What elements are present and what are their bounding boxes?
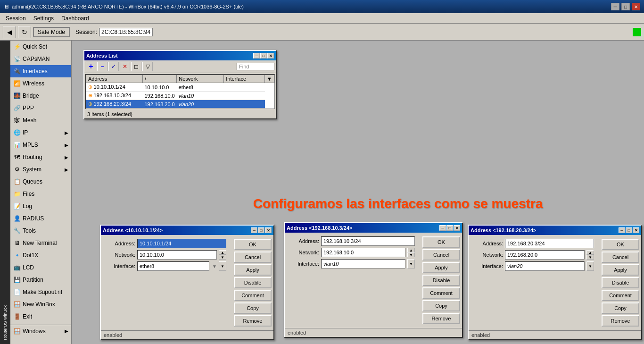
sidebar-item-log[interactable]: 📝 Log (10, 200, 71, 212)
dialog1-address-input[interactable] (137, 239, 226, 248)
sidebar-item-exit[interactable]: 🚪 Exit (10, 310, 71, 323)
sidebar-item-interfaces[interactable]: 🔌 Interfaces (10, 65, 71, 77)
address-list-minimize[interactable]: ─ (253, 53, 260, 59)
close-button[interactable]: ✕ (632, 3, 640, 10)
dialog1-close[interactable]: ✕ (265, 227, 272, 233)
dialog2-interface-dropdown[interactable]: ▼ (407, 259, 415, 268)
add-address-button[interactable]: + (86, 62, 96, 71)
sidebar-item-wireless[interactable]: 📶 Wireless (10, 77, 71, 90)
col-sort[interactable]: / (143, 75, 177, 83)
sidebar-item-capsman[interactable]: 📡 CAPsMAN (10, 53, 71, 65)
disable-address-button[interactable]: ✕ (120, 62, 130, 71)
dialog3-address-input[interactable] (505, 239, 594, 248)
menu-settings[interactable]: Settings (30, 14, 58, 23)
sidebar-item-system[interactable]: ⚙ System ▶ (10, 163, 71, 176)
remove-address-button[interactable]: − (97, 62, 107, 71)
dialog1-network-input[interactable] (137, 250, 217, 260)
sidebar-item-tools[interactable]: 🔧 Tools (10, 225, 71, 237)
sidebar-item-quick-set[interactable]: ⚡ Quick Set (10, 41, 71, 53)
dialog3-network-input[interactable] (505, 250, 585, 260)
sidebar-item-files[interactable]: 📁 Files (10, 188, 71, 200)
dialog3-network-spin-down[interactable]: ▼ (586, 255, 594, 260)
dialog1-cancel-button[interactable]: Cancel (234, 252, 272, 263)
dialog1-disable-button[interactable]: Disable (234, 277, 272, 288)
sidebar-item-partition[interactable]: 💾 Partition (10, 274, 71, 286)
col-scroll[interactable]: ▼ (265, 75, 274, 83)
table-row[interactable]: ⊕ 192.168.20.3/24 192.168.20.0 vlan20 (86, 100, 274, 109)
address-list-maximize[interactable]: □ (260, 53, 267, 59)
dialog2-network-spin-up[interactable]: ▲ (407, 248, 415, 252)
dialog2-cancel-button[interactable]: Cancel (422, 249, 460, 260)
menu-dashboard[interactable]: Dashboard (58, 14, 93, 23)
dialog1-interface-input[interactable] (137, 261, 209, 271)
table-row[interactable]: ⊕ 10.10.10.1/24 10.10.10.0 ether8 (86, 83, 274, 92)
sidebar-item-mpls[interactable]: 📊 MPLS ▶ (10, 139, 71, 151)
dialog3-comment-button[interactable]: Comment (602, 290, 639, 301)
dialog3-cancel-button[interactable]: Cancel (602, 252, 639, 263)
address-list-close[interactable]: ✕ (267, 53, 274, 59)
dialog1-minimize[interactable]: ─ (251, 227, 257, 233)
sidebar-item-new-winbox[interactable]: 🪟 New WinBox (10, 298, 71, 310)
dialog2-comment-button[interactable]: Comment (422, 287, 460, 299)
dialog1-remove-button[interactable]: Remove (234, 315, 272, 327)
minimize-button[interactable]: ─ (611, 3, 619, 10)
back-button[interactable]: ◀ (3, 26, 16, 38)
dialog3-disable-button[interactable]: Disable (602, 277, 639, 288)
menu-session[interactable]: Session (2, 14, 30, 23)
sidebar-item-mesh[interactable]: 🕸 Mesh (10, 114, 71, 126)
dialog3-ok-button[interactable]: OK (602, 239, 639, 250)
sidebar-item-dot1x[interactable]: 🔹 Dot1X (10, 249, 71, 261)
table-row[interactable]: ⊕ 192.168.10.3/24 192.168.10.0 vlan10 (86, 92, 274, 100)
sidebar-item-bridge[interactable]: 🌉 Bridge (10, 90, 71, 102)
dialog2-address-input[interactable] (321, 236, 415, 246)
dialog1-ok-button[interactable]: OK (234, 239, 272, 250)
dialog3-copy-button[interactable]: Copy (602, 302, 639, 314)
sidebar-label-radius: RADIUS (23, 215, 68, 222)
sidebar-item-ip[interactable]: 🌐 IP ▶ (10, 126, 71, 139)
sidebar-label-quick-set: Quick Set (23, 43, 68, 50)
dialog2-interface-input[interactable] (321, 259, 405, 268)
sidebar-item-routing[interactable]: 🗺 Routing ▶ (10, 151, 71, 163)
sidebar-item-new-terminal[interactable]: 🖥 New Terminal (10, 237, 71, 249)
sidebar-item-lcd[interactable]: 📺 LCD (10, 261, 71, 274)
sidebar-item-radius[interactable]: 👤 RADIUS (10, 212, 71, 225)
comment-address-button[interactable]: ◻ (131, 62, 141, 71)
maximize-button[interactable]: □ (621, 3, 630, 10)
dialog2-apply-button[interactable]: Apply (422, 262, 460, 273)
sidebar: RouterOS WinBox ⚡ Quick Set 📡 CAPsMAN 🔌 … (0, 41, 72, 344)
dialog3-apply-button[interactable]: Apply (602, 264, 639, 276)
dialog3-close[interactable]: ✕ (633, 227, 639, 233)
dialog2-network-spin-down[interactable]: ▼ (407, 252, 415, 257)
dialog2-remove-button[interactable]: Remove (422, 313, 460, 324)
bridge-icon: 🌉 (13, 92, 21, 100)
dialog2-close[interactable]: ✕ (454, 225, 460, 231)
refresh-button[interactable]: ↻ (18, 26, 31, 38)
dialog3-remove-button[interactable]: Remove (602, 315, 639, 327)
dialog2-disable-button[interactable]: Disable (422, 275, 460, 286)
safe-mode-button[interactable]: Safe Mode (33, 27, 70, 37)
dialog1-network-spin-down[interactable]: ▼ (219, 255, 226, 260)
dialog1-apply-button[interactable]: Apply (234, 264, 272, 276)
dialog1-maximize[interactable]: □ (258, 227, 264, 233)
dialog2-minimize[interactable]: ─ (439, 225, 446, 231)
sidebar-item-windows[interactable]: 🪟 Windows ▶ (10, 325, 71, 337)
dialog3-network-spin-up[interactable]: ▲ (586, 250, 594, 255)
dialog3-maximize[interactable]: □ (626, 227, 632, 233)
sidebar-item-make-supout[interactable]: 📄 Make Supout.rif (10, 286, 71, 298)
dialog2-copy-button[interactable]: Copy (422, 300, 460, 311)
dialog3-interface-input[interactable] (505, 261, 585, 271)
dialog1-copy-button[interactable]: Copy (234, 302, 272, 314)
dialog3-interface-dropdown[interactable]: ▼ (586, 261, 594, 271)
find-input[interactable] (237, 63, 274, 70)
filter-address-button[interactable]: ▽ (142, 62, 153, 71)
dialog3-minimize[interactable]: ─ (619, 227, 625, 233)
sidebar-item-queues[interactable]: 📋 Queues (10, 176, 71, 188)
dialog2-network-input[interactable] (321, 248, 405, 257)
dialog1-network-spin-up[interactable]: ▲ (219, 250, 226, 255)
dialog1-interface-dropdown[interactable]: ▼ (219, 261, 226, 271)
dialog2-maximize[interactable]: □ (446, 225, 453, 231)
dialog1-comment-button[interactable]: Comment (234, 290, 272, 301)
sidebar-item-ppp[interactable]: 🔗 PPP (10, 102, 71, 114)
enable-address-button[interactable]: ✓ (108, 62, 119, 71)
dialog2-ok-button[interactable]: OK (422, 236, 460, 248)
